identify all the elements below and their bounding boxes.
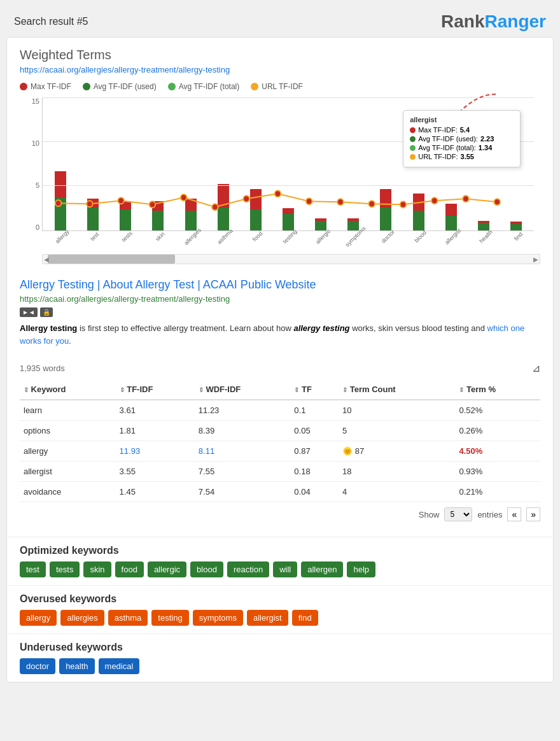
brand-logo: RankRanger [441,11,546,32]
cell-term-count: 18 [339,462,455,482]
cell-wdfidf: 11.23 [195,400,291,421]
tag-asthma[interactable]: asthma [108,610,148,626]
result-title[interactable]: Allergy Testing | About Allergy Test | A… [20,278,540,292]
cell-tf: 0.87 [290,441,339,462]
tooltip-avg-used-label: Avg TF-IDF (used): [418,135,478,143]
cell-term-pct: 0.21% [455,482,540,502]
cell-tf: 0.18 [290,462,339,482]
col-header-tfidf[interactable]: ⇕ TF-IDF [116,379,195,400]
entries-select[interactable]: 5 10 25 [444,507,472,521]
result-icon-arrow: ►◄ [20,307,38,317]
table-prev-btn[interactable]: « [507,507,521,521]
word-count: 1,935 words [20,363,65,373]
legend-dot-avg-total [168,83,176,90]
svg-point-6 [243,195,249,202]
legend-label-max: Max TF-IDF [31,82,71,91]
legend-avg-used: Avg TF-IDF (used) [83,82,157,91]
tag-tests[interactable]: tests [50,561,80,577]
tag-medical[interactable]: medical [99,658,140,674]
tag-find[interactable]: find [292,610,318,626]
cell-term-count: 10 [339,400,455,421]
tooltip-dot-url [410,154,416,160]
svg-point-7 [275,190,281,197]
chart-url[interactable]: https://acaai.org/allergies/allergy-trea… [20,65,540,74]
x-axis-labels: allergy test tests skin allergies asthma… [42,234,534,241]
tag-allergies[interactable]: allergies [60,610,104,626]
legend-max-tfidf: Max TF-IDF [20,82,71,91]
scrollbar-right-arrow[interactable]: ▶ [533,256,538,263]
tag-test[interactable]: test [20,561,46,577]
tooltip-row-max: Max TF-IDF: 5.4 [410,126,514,134]
tag-food[interactable]: food [115,561,144,577]
table-next-btn[interactable]: » [526,507,540,521]
cell-tfidf: 3.55 [116,462,195,482]
filter-icon[interactable]: ⊿ [532,362,540,374]
tag-help[interactable]: help [347,561,375,577]
tag-skin[interactable]: skin [83,561,111,577]
cell-wdfidf: 8.11 [195,441,291,462]
svg-point-12 [431,197,437,204]
tag-allergist[interactable]: allergist [247,610,288,626]
result-url: https://acaai.org/allergies/allergy-trea… [20,294,540,304]
result-section: Allergy Testing | About Allergy Test | A… [7,268,553,357]
tag-symptoms[interactable]: symptoms [193,610,243,626]
tag-allergy[interactable]: allergy [20,610,57,626]
legend-dot-avg-used [83,83,90,90]
scrollbar-left-arrow[interactable]: ◀ [44,256,49,263]
show-label: Show [419,510,440,519]
table-row: allergist 3.55 7.55 0.18 18 0.93% [20,462,540,482]
cell-wdfidf: 7.55 [195,462,291,482]
tooltip-avg-used-value: 2.23 [480,135,494,143]
result-icon-lock: 🔒 [40,307,53,317]
y-label-15: 15 [32,97,39,105]
overused-title: Overused keywords [20,593,540,605]
entries-label: entries [477,510,502,519]
svg-point-13 [463,195,468,202]
col-header-term-count[interactable]: ⇕ Term Count [339,379,455,400]
col-header-wdfidf[interactable]: ⇕ WDF-IDF [195,379,291,400]
svg-point-4 [181,194,186,201]
chart-title: Weighted Terms [20,48,540,62]
cell-tfidf: 1.81 [116,421,195,441]
tag-allergen[interactable]: allergen [301,561,343,577]
cell-tfidf: 3.61 [116,400,195,421]
cell-tf: 0.04 [290,482,339,502]
table-meta: 1,935 words ⊿ [20,357,540,379]
underused-section: Underused keywords doctor health medical [7,633,553,682]
tag-testing[interactable]: testing [151,610,188,626]
tooltip-max-value: 5.4 [460,126,470,134]
tooltip-row-avg-used: Avg TF-IDF (used): 2.23 [410,135,514,143]
tag-allergic[interactable]: allergic [148,561,186,577]
search-result-label: Search result #5 [14,16,88,27]
tag-reaction[interactable]: reaction [227,561,269,577]
snippet-link[interactable]: which one works for you [20,323,524,346]
cell-term-pct: 4.50% [455,441,540,462]
tooltip-dot-avg-used [410,136,416,142]
cell-tfidf: 11.93 [116,441,195,462]
col-header-keyword[interactable]: ⇕ Keyword [20,379,116,400]
cell-term-pct: 0.93% [455,462,540,482]
chart-scrollbar[interactable]: ▶ ◀ [42,254,540,264]
tag-doctor[interactable]: doctor [20,658,55,674]
tooltip-row-avg-total: Avg TF-IDF (total): 1.34 [410,144,514,152]
col-header-tf[interactable]: ⇕ TF [290,379,339,400]
optimized-section: Optimized keywords test tests skin food … [7,537,553,585]
tooltip-avg-total-label: Avg TF-IDF (total): [418,144,476,152]
col-header-term-pct[interactable]: ⇕ Term % [455,379,540,400]
cell-tfidf: 1.45 [116,482,195,502]
tag-will[interactable]: will [273,561,297,577]
cell-wdfidf: 8.39 [195,421,291,441]
cell-term-pct: 0.52% [455,400,540,421]
tag-blood[interactable]: blood [190,561,223,577]
y-label-10: 10 [32,139,39,147]
tag-health[interactable]: health [59,658,94,674]
chart-legend: Max TF-IDF Avg TF-IDF (used) Avg TF-IDF … [20,82,540,91]
svg-point-8 [306,198,312,204]
legend-label-avg-used: Avg TF-IDF (used) [94,82,157,91]
cell-keyword: avoidance [20,482,116,502]
legend-avg-total: Avg TF-IDF (total) [168,82,240,91]
cell-keyword: allergy [20,441,116,462]
legend-dot-max [20,83,27,90]
chart-scrollbar-thumb[interactable] [48,255,175,264]
svg-point-14 [494,199,500,205]
